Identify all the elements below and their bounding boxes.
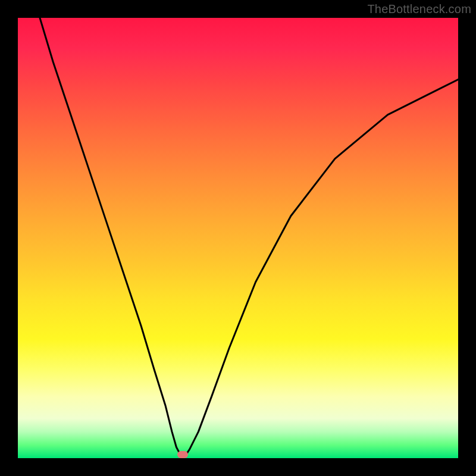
minimum-marker — [177, 451, 188, 458]
watermark-text: TheBottleneck.com — [367, 2, 471, 16]
curve-svg — [18, 18, 458, 458]
bottleneck-curve — [40, 18, 458, 458]
chart-plot-area — [18, 18, 458, 458]
